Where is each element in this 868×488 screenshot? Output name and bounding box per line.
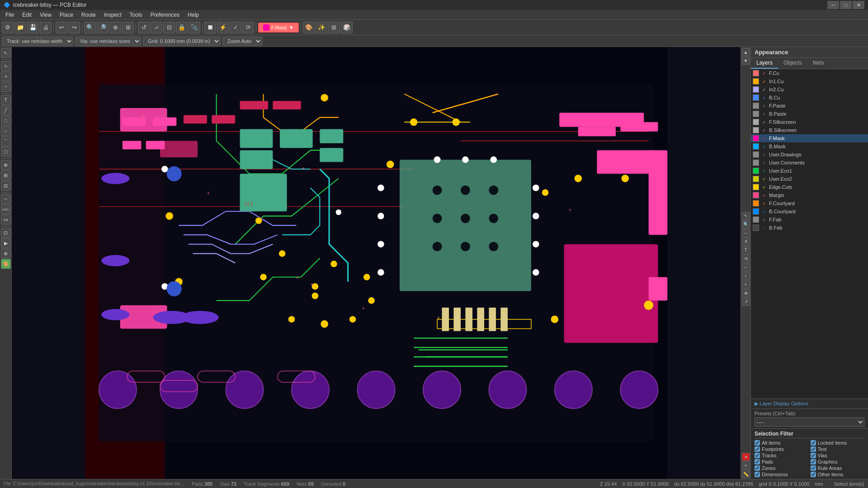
- grid-select[interactable]: Grid: 0.1000 mm (0.0039 in): [143, 37, 221, 46]
- layer-item-in2-cu[interactable]: ✓In2.Cu: [751, 85, 868, 94]
- track-width-select[interactable]: Track: use netclass width: [2, 37, 73, 46]
- menu-preferences[interactable]: Preferences: [147, 11, 184, 19]
- draw-line[interactable]: ╱: [1, 105, 11, 115]
- footprint-tool[interactable]: ⊡: [1, 228, 11, 238]
- zoom-out-button[interactable]: 🔎: [97, 22, 108, 33]
- layer-item-b-paste[interactable]: ✓B.Paste: [751, 110, 868, 118]
- save-button[interactable]: 💾: [27, 22, 39, 33]
- tab-layers[interactable]: Layers: [751, 58, 778, 69]
- zoom-sel-button[interactable]: ⊞: [122, 22, 134, 33]
- text-rt-button[interactable]: T: [742, 246, 750, 254]
- pcb-view[interactable]: CC1 + + + + + + + +: [12, 47, 741, 479]
- select-tool[interactable]: ↖: [1, 48, 11, 58]
- titlebar-controls[interactable]: ─ □ ✕: [827, 1, 864, 9]
- layer-item-user-comments[interactable]: ✓User.Comments: [751, 159, 868, 167]
- layer-item-user-eco1[interactable]: ✓User.Eco1: [751, 167, 868, 175]
- sf-pads-check[interactable]: [755, 459, 760, 465]
- plus-rt-button[interactable]: +: [742, 281, 750, 289]
- layer-display-options[interactable]: ▶ Layer Display Options: [751, 399, 868, 409]
- layer-item-f-fab[interactable]: ✓F.Fab: [751, 216, 868, 224]
- fliph-rt-button[interactable]: ↔: [742, 263, 750, 272]
- route-diff[interactable]: ≈: [1, 71, 11, 81]
- sf-rule-areas-check[interactable]: [811, 465, 816, 471]
- layer-list[interactable]: ✓F.Cu✓In1.Cu✓In2.Cu✓B.Cu✓F.Paste✓B.Paste…: [751, 69, 868, 399]
- menu-inspect[interactable]: Inspect: [100, 11, 125, 19]
- sf-all-items-check[interactable]: [755, 440, 760, 446]
- presets-select[interactable]: ----: [755, 418, 864, 427]
- sf-text-check[interactable]: [811, 446, 816, 452]
- layer-item-b-silkscreen[interactable]: ✓B.Silkscreen: [751, 126, 868, 134]
- sf-dimensions-check[interactable]: [755, 472, 760, 477]
- ref-rt-button[interactable]: ↗: [742, 298, 750, 306]
- layer-item-f-courtyard[interactable]: ✓F.Courtyard: [751, 199, 868, 207]
- menu-file[interactable]: File: [2, 11, 18, 19]
- minimize-button[interactable]: ─: [827, 1, 839, 9]
- scripting-console[interactable]: ▶: [1, 238, 11, 248]
- print-button[interactable]: 🖨: [40, 22, 52, 33]
- layer-item-b-cu[interactable]: ✓B.Cu: [751, 94, 868, 102]
- highlight-button[interactable]: ✨: [316, 22, 327, 33]
- tune-length[interactable]: ~: [1, 82, 11, 92]
- zoom-fit-button[interactable]: ⊕: [109, 22, 121, 33]
- layer-item-b-courtyard[interactable]: ✓B.Courtyard: [751, 207, 868, 216]
- draw-poly[interactable]: ⬡: [1, 147, 11, 157]
- drc-button[interactable]: ✓: [230, 22, 241, 33]
- scroll-up-button[interactable]: ▲: [742, 48, 750, 56]
- pcb-canvas[interactable]: CC1 + + + + + + + +: [12, 47, 741, 479]
- group-button[interactable]: ⊟: [163, 22, 175, 33]
- sf-locked-items-check[interactable]: [811, 440, 816, 446]
- layer-item-f-mask[interactable]: ✓F.Mask: [751, 134, 868, 142]
- rotate-button[interactable]: ↺: [138, 22, 150, 33]
- netlist-button[interactable]: ⚡: [217, 22, 229, 33]
- close-button[interactable]: ✕: [853, 1, 864, 9]
- sf-tracks-check[interactable]: [755, 453, 760, 458]
- sf-zones-check[interactable]: [755, 465, 760, 471]
- menu-view[interactable]: View: [36, 11, 55, 19]
- maximize-button[interactable]: □: [840, 1, 852, 9]
- via-rt-button[interactable]: ⊕: [742, 289, 750, 297]
- zoom-select[interactable]: Zoom Auto: [222, 37, 262, 46]
- draw-arc[interactable]: ⌒: [1, 136, 11, 146]
- layer-item-margin[interactable]: ✓Margin: [751, 191, 868, 199]
- tab-nets[interactable]: Nets: [807, 58, 830, 69]
- draw-circle[interactable]: ○: [1, 126, 11, 136]
- zoom-in-button[interactable]: 🔍: [84, 22, 96, 33]
- menu-place[interactable]: Place: [56, 11, 77, 19]
- open-button[interactable]: 📁: [14, 22, 26, 33]
- undo-button[interactable]: ↩: [56, 22, 67, 33]
- menu-tools[interactable]: Tools: [126, 11, 146, 19]
- plus2-rt-button[interactable]: +: [742, 461, 750, 469]
- add-keepout[interactable]: ⊟: [1, 181, 11, 191]
- draw-rect[interactable]: □: [1, 116, 11, 126]
- 3d-button[interactable]: 🎲: [341, 22, 353, 33]
- mm-unit[interactable]: mm: [1, 204, 11, 214]
- update-pcb[interactable]: ⟳: [242, 22, 254, 33]
- drc-error-button[interactable]: ✕: [742, 453, 750, 461]
- layer-item-user-drawings[interactable]: ✓User.Drawings: [751, 150, 868, 159]
- via-size-select[interactable]: Via: use netclass sizes: [75, 37, 141, 46]
- measure-tool[interactable]: ↔: [1, 194, 11, 204]
- menu-edit[interactable]: Edit: [19, 11, 35, 19]
- pads-tool[interactable]: ⊕: [1, 249, 11, 258]
- ruler-rt-button[interactable]: 📏: [742, 470, 750, 478]
- select-rt-button[interactable]: ↖: [742, 212, 750, 220]
- flip-button[interactable]: ⤾: [151, 22, 162, 33]
- layer-selector[interactable]: F.Mask ▼: [258, 23, 299, 33]
- close-rt-button[interactable]: ✕: [742, 238, 750, 246]
- sf-graphics-check[interactable]: [811, 459, 816, 465]
- zoom-rt-button[interactable]: 🔍: [742, 221, 750, 229]
- menu-route[interactable]: Route: [78, 11, 99, 19]
- layer-item-b-fab[interactable]: ✓B.Fab: [751, 224, 868, 232]
- redo-button[interactable]: ↪: [68, 22, 80, 33]
- copper-pour[interactable]: 🎨: [1, 259, 11, 269]
- new-button[interactable]: ⚙: [2, 22, 14, 33]
- layer-item-b-mask[interactable]: ✓B.Mask: [751, 142, 868, 150]
- lock-button[interactable]: 🔒: [176, 22, 188, 33]
- sf-vias-check[interactable]: [811, 453, 816, 458]
- menu-help[interactable]: Help: [184, 11, 203, 19]
- add-text[interactable]: T: [1, 95, 11, 105]
- layer-item-f-paste[interactable]: ✓F.Paste: [751, 102, 868, 110]
- rot-rt-button[interactable]: ⟲: [742, 255, 750, 263]
- mil-unit[interactable]: mil: [1, 215, 11, 225]
- layer-item-user-eco2[interactable]: ✓User.Eco2: [751, 175, 868, 183]
